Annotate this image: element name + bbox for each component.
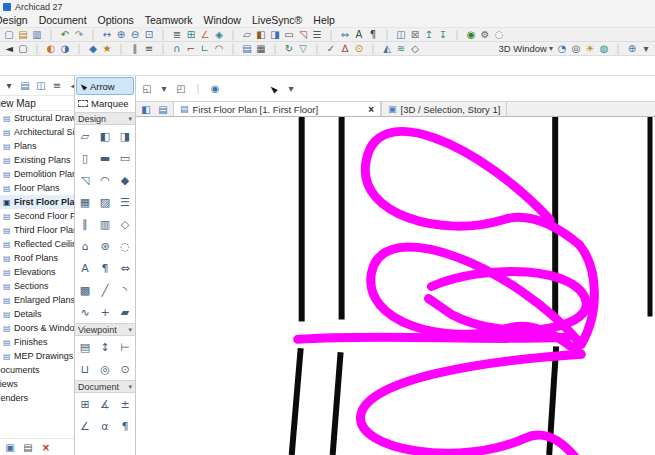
window-tool-icon[interactable]: ◨ — [115, 125, 135, 147]
group-icon[interactable]: ◫ — [394, 28, 408, 41]
zoom-level-icon[interactable]: ⊕ — [625, 42, 639, 55]
renovation-icon[interactable]: ↻ — [282, 42, 296, 55]
tree-item-details[interactable]: ▤Details — [0, 307, 74, 321]
stories-icon[interactable]: ▤ — [240, 42, 254, 55]
pan-icon[interactable]: ↔ — [100, 28, 114, 41]
settings-icon[interactable]: ⚙ — [478, 28, 492, 41]
fill-tool-icon[interactable]: ▩ — [75, 279, 95, 301]
menu-help[interactable]: Help — [313, 14, 335, 26]
mark-up-icon[interactable]: ✓ — [324, 42, 338, 55]
slab-icon[interactable]: ▭ — [282, 28, 296, 41]
lock-icon[interactable]: ⊠ — [408, 28, 422, 41]
tree-item-third-floor-plan[interactable]: ▤Third Floor Plan — [0, 223, 74, 237]
undo-icon[interactable]: ↶ — [58, 28, 72, 41]
snap-points-icon[interactable]: ◈ — [212, 28, 226, 41]
3d-window-dropdown[interactable]: 3D Window — [498, 43, 547, 54]
quick-options-icon[interactable]: ◧ — [139, 103, 153, 116]
tree-item-renders[interactable]: Renders — [0, 391, 74, 405]
opening-tool-icon[interactable]: ◌ — [115, 235, 135, 257]
send-backward-icon[interactable]: ↧ — [436, 28, 450, 41]
menu-document[interactable]: Document — [39, 14, 87, 26]
distribute-icon[interactable]: ≡ — [142, 42, 156, 55]
redo-icon[interactable]: ↷ — [72, 28, 86, 41]
window-icon[interactable]: ◨ — [268, 28, 282, 41]
guide-lines-icon[interactable]: ∠ — [198, 28, 212, 41]
line-tool-icon[interactable]: ╱ — [95, 279, 115, 301]
change-manager-icon[interactable]: ∆ — [338, 42, 352, 55]
camera-icon[interactable]: ◎ — [569, 42, 583, 55]
tree-item-views[interactable]: Views — [0, 377, 74, 391]
layers-icon[interactable]: ≣ — [170, 28, 184, 41]
marquee-style-icon[interactable]: ◰ — [174, 82, 188, 95]
detail-tool-icon[interactable]: ⊙ — [115, 358, 135, 380]
search-icon[interactable]: ◌ — [492, 28, 506, 41]
profile-manager-icon[interactable]: ◭ — [380, 42, 394, 55]
marquee-tool-button[interactable]: Marquee — [75, 95, 135, 112]
drawing-tool-icon[interactable]: ⊞ — [75, 393, 95, 415]
teamwork-icon[interactable]: ◉ — [464, 28, 478, 41]
arc-tool-icon[interactable]: ◝ — [115, 279, 135, 301]
wall-tool-icon[interactable]: ▱ — [75, 125, 95, 147]
interior-elevation-tool-icon[interactable]: ⊔ — [75, 358, 95, 380]
skylight-tool-icon[interactable]: ◇ — [115, 213, 135, 235]
3d-style-icon[interactable]: ◔ — [555, 42, 569, 55]
issue-icon[interactable]: ⊙ — [352, 42, 366, 55]
tree-item-existing-plans[interactable]: ▤Existing Plans — [0, 153, 74, 167]
door-tool-icon[interactable]: ◧ — [95, 125, 115, 147]
tree-item-documents[interactable]: Documents — [0, 363, 74, 377]
adjust-icon[interactable]: ∟ — [198, 42, 212, 55]
wall-icon[interactable]: ▱ — [240, 28, 254, 41]
text-icon[interactable]: A — [352, 28, 366, 41]
tree-item-structural-drawings[interactable]: ▤Structural Drawings — [0, 111, 74, 125]
tree-item-plans[interactable]: ▤Plans — [0, 139, 74, 153]
virtual-trace-icon[interactable]: ◑ — [58, 42, 72, 55]
sun-study-icon[interactable]: ☀ — [583, 42, 597, 55]
menu-design[interactable]: Design — [0, 14, 28, 26]
arrow-tool-icon[interactable]: ◄ — [2, 42, 16, 55]
dimension-icon[interactable]: ⇔ — [338, 28, 352, 41]
selection-style-icon[interactable]: ◱ — [140, 82, 154, 95]
layers-dialog-icon[interactable]: ▦ — [254, 42, 268, 55]
dimension-tool-icon[interactable]: ⇔ — [115, 257, 135, 279]
tree-item-sections[interactable]: ▤Sections — [0, 279, 74, 293]
spline-tool-icon[interactable]: ∿ — [75, 301, 95, 323]
menu-options[interactable]: Options — [98, 14, 134, 26]
worksheet-tool-icon[interactable]: ∡ — [95, 393, 115, 415]
menu-teamwork[interactable]: Teamwork — [145, 14, 193, 26]
arrow-tool-button[interactable]: ◄ Arrow — [76, 77, 134, 95]
dropdown-caret-icon[interactable]: ▾ — [639, 42, 653, 55]
bring-forward-icon[interactable]: ↥ — [422, 28, 436, 41]
curtain-wall-tool-icon[interactable]: ▥ — [95, 213, 115, 235]
trace-reference-icon[interactable]: ◐ — [44, 42, 58, 55]
object-tool-icon[interactable]: ⌂ — [75, 235, 95, 257]
coil-loop-4[interactable] — [360, 354, 581, 455]
wall-left-outer-lower[interactable] — [292, 348, 301, 455]
tree-item-second-floor-plan[interactable]: ▤Second Floor Plan — [0, 209, 74, 223]
roof-tool-icon[interactable]: ◹ — [75, 169, 95, 191]
coil-crossbar[interactable] — [298, 337, 567, 339]
trim-icon[interactable]: ⌐ — [184, 42, 198, 55]
view-map-header[interactable]: View Map — [0, 96, 74, 111]
arrow-cursor-icon[interactable]: ◄ — [264, 79, 283, 98]
open-icon[interactable]: ▤ — [16, 28, 30, 41]
text-tool-icon[interactable]: A — [75, 257, 95, 279]
hotspot-tool-icon[interactable]: + — [95, 301, 115, 323]
tree-item-floor-plans[interactable]: ▤Floor Plans — [0, 181, 74, 195]
save-icon[interactable]: ▥ — [30, 28, 44, 41]
dropdown-caret-icon[interactable]: ▾ — [284, 82, 298, 95]
tree-item-enlarged-plans[interactable]: ▤Enlarged Plans — [0, 293, 74, 307]
stair-tool-icon[interactable]: ☰ — [115, 191, 135, 213]
attributes-icon[interactable]: ≋ — [394, 42, 408, 55]
tree-item-roof-plans[interactable]: ▤Roof Plans — [0, 251, 74, 265]
ifc-icon[interactable]: ◇ — [408, 42, 422, 55]
dropdown-caret-icon[interactable]: ▾ — [157, 82, 171, 95]
render-icon[interactable]: ◍ — [597, 42, 611, 55]
viewpoint-section-header[interactable]: Viewpoint ▾ — [75, 323, 135, 336]
tab-3d-selection[interactable]: ▣ [3D / Selection, Story 1] — [381, 102, 507, 116]
pop-up-navigator-icon[interactable]: ▤ — [156, 103, 170, 116]
camera-tool-icon[interactable]: ◎ — [95, 358, 115, 380]
fit-in-window-icon[interactable]: ⊡ — [142, 28, 156, 41]
project-chooser-icon[interactable]: ▾ — [2, 79, 16, 92]
pin-panel-icon[interactable]: ≡ — [50, 79, 64, 92]
tree-item-first-floor-plan[interactable]: ▣First Floor Plan — [0, 195, 74, 209]
